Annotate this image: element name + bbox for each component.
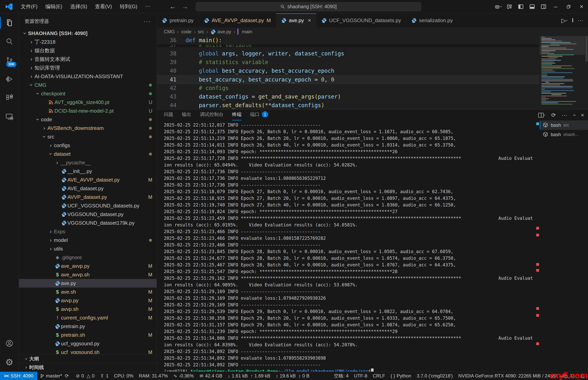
customize-layout-icon[interactable] xyxy=(504,0,515,13)
close-panel-icon[interactable]: × xyxy=(581,112,584,118)
tab-UCF_VGGSOUND_datasets.py[interactable]: UCF_VGGSOUND_datasets.py xyxy=(316,13,406,27)
tree-item-src[interactable]: ›src xyxy=(19,133,157,141)
code-line-42[interactable]: 42 # configs xyxy=(157,84,539,93)
extensions-icon[interactable] xyxy=(0,89,19,107)
status-ram[interactable]: RAM: 31.47% xyxy=(136,372,171,380)
tree-item-Exps[interactable]: ›Exps xyxy=(19,227,157,236)
tree-item-AVVP_dataset.py[interactable]: AVVP_dataset.pyM xyxy=(19,193,157,201)
breadcrumb-item-main[interactable]: main xyxy=(237,29,252,35)
tree-item-current_configs.yaml[interactable]: !current_configs.yamlM xyxy=(19,313,157,322)
status-cpu[interactable]: CPU: 0% xyxy=(111,372,136,380)
accounts-icon[interactable] xyxy=(0,334,19,353)
run-debug-icon[interactable] xyxy=(0,70,19,89)
tree-item-ave.py[interactable]: ave.py xyxy=(19,279,157,287)
tree-item-_-22318[interactable]: ›丁-22318 xyxy=(19,38,157,46)
panel-tab-终端[interactable]: 终端 xyxy=(232,111,241,120)
tree-item-AVSBench_dowmstream[interactable]: ›AVSBench_dowmstream xyxy=(19,124,157,133)
breadcrumb-item-src[interactable]: src xyxy=(198,29,204,35)
code-line-43[interactable]: 43 dataset_configs = get_and_save_args(p… xyxy=(157,93,539,101)
outline-section[interactable]: › 大纲 xyxy=(19,354,157,363)
status-forwarded-ports[interactable]: 1 xyxy=(97,372,111,380)
menu-e[interactable]: 编辑(E) xyxy=(41,1,66,12)
refresh-icon[interactable]: ⟳ xyxy=(551,112,556,118)
minimap[interactable] xyxy=(539,36,585,110)
remote-indicator[interactable]: >< SSH: 4090 xyxy=(0,372,37,380)
panel-tab-问题[interactable]: 问题 xyxy=(164,111,173,120)
tree-item-UCF_VGGSOUND_datasets.py[interactable]: UCF_VGGSOUND_datasets.py xyxy=(19,201,157,210)
tree-item-DCID-fast-new-model-2.pt[interactable]: DCID-fast-new-model-2.ptU xyxy=(19,107,157,115)
breadcrumb[interactable]: CMG›code›src›ave.py›main xyxy=(157,27,588,36)
maximize-panel-icon[interactable]: › xyxy=(571,114,577,116)
panel-more-icon[interactable]: ··· xyxy=(562,112,567,118)
tree-item-dataset[interactable]: ›dataset xyxy=(19,150,157,158)
tree-item-AI-DATA-VISUALIZATION-ASSISTANT[interactable]: ›AI-DATA-VISUALIZATION-ASSISTANT xyxy=(19,72,157,81)
status-problems[interactable]: ⊘0△0 xyxy=(73,372,97,380)
tree-item-AVE_dataset.py[interactable]: AVE_dataset.py xyxy=(19,184,157,193)
remote-explorer-icon[interactable] xyxy=(0,107,19,126)
panel-tab-端口[interactable]: 端口1 xyxy=(250,111,268,120)
toggle-primary-sidebar-icon[interactable] xyxy=(515,0,527,13)
status-git-branch[interactable]: master*⟳ xyxy=(37,372,73,380)
tab-pretrain.py[interactable]: pretrain.py xyxy=(157,13,199,27)
source-control-icon[interactable]: 10K xyxy=(0,51,19,70)
tree-item-ave_avvp.sh[interactable]: $ave_avvp.shM xyxy=(19,270,157,279)
tree-item-AVT_vgg40k_size400.pt[interactable]: AVT_vgg40k_size400.ptU xyxy=(19,98,157,107)
menu-f[interactable]: 文件(F) xyxy=(17,1,41,12)
code-line-39[interactable]: 39 # statistics variable xyxy=(157,58,539,67)
split-editor-icon[interactable] xyxy=(572,19,573,22)
minimize-button[interactable]: – xyxy=(549,0,562,13)
command-center-search[interactable]: shaohang [SSH: 4090] xyxy=(196,2,421,11)
code-line-41[interactable]: 41 best_accuracy, best_accuracy_epoch = … xyxy=(157,75,539,84)
terminal-instance-shaoh[interactable]: $_bashshaoh... xyxy=(540,130,588,139)
tree-item-.gitignore[interactable]: ◆.gitignore xyxy=(19,253,157,262)
toggle-panel-icon[interactable] xyxy=(527,0,538,13)
status-eol[interactable]: CRLF xyxy=(370,372,388,380)
status-encoding[interactable]: UTF-8 xyxy=(351,372,370,380)
explorer-icon[interactable] xyxy=(0,13,19,32)
breadcrumb-item-CMG[interactable]: CMG xyxy=(164,29,175,35)
tab-ave.py[interactable]: ave.py× xyxy=(276,13,316,27)
editor-scrollbar[interactable] xyxy=(585,36,588,110)
tree-item-checkpoint[interactable]: ›checkpoint xyxy=(19,89,157,98)
nav-back-icon[interactable]: ← xyxy=(170,3,176,10)
restore-button[interactable] xyxy=(562,0,575,13)
tree-item-ave_avvp.py[interactable]: ave_avvp.pyM xyxy=(19,262,157,270)
close-tab-icon[interactable]: × xyxy=(308,17,311,23)
tree-item-__init__.py[interactable]: __init__.py xyxy=(19,167,157,175)
editor-more-icon[interactable]: ··· xyxy=(578,17,583,23)
breadcrumb-item-code[interactable]: code xyxy=(181,29,192,35)
panel-tab-调试控制台[interactable]: 调试控制台 xyxy=(200,111,223,120)
tab-serialization.py[interactable]: serialization.py xyxy=(406,13,458,27)
status-language[interactable]: { }Python xyxy=(388,372,414,380)
menu-g[interactable]: 转到(G) xyxy=(116,1,141,12)
code-line-40[interactable]: 40 global best_accuracy, best_accuracy_e… xyxy=(157,67,539,75)
status-network-io[interactable]: ↓1.61 kB↑1.69 kB xyxy=(225,372,273,380)
status-disk[interactable]: 42.4 GB xyxy=(196,372,225,380)
menu-v[interactable]: 查看(V) xyxy=(91,1,116,12)
run-python-button[interactable]: ▷› xyxy=(561,17,568,24)
tree-item-pretrain.py[interactable]: pretrain.py xyxy=(19,322,157,331)
terminal-output[interactable]: 2025-02-25 22:51:12,017 INFO -----------… xyxy=(157,120,535,372)
breadcrumb-item-ave.py[interactable]: ave.py xyxy=(211,29,231,35)
tree-item-avvp.py[interactable]: avvp.pyM xyxy=(19,296,157,305)
menu-[interactable]: ··· xyxy=(141,1,154,12)
search-sidebar-icon[interactable] xyxy=(0,32,19,51)
toggle-secondary-sidebar-icon[interactable] xyxy=(538,0,549,13)
sticky-scroll-line[interactable]: 36def main(): xyxy=(157,36,539,45)
timeline-section[interactable]: › 时间线 xyxy=(19,363,157,372)
tree-item-VGGSOUND_dataset179k.py[interactable]: VGGSOUND_dataset179k.py xyxy=(19,219,157,227)
status-load[interactable]: ∿-0.36% xyxy=(171,372,196,380)
tree-item-ucf_vggsound.sh[interactable]: $ucf_vggsound.shM xyxy=(19,348,157,354)
tree-item-AVE_AVVP_dataset.py[interactable]: AVE_AVVP_dataset.pyM xyxy=(19,175,157,184)
tree-item-CMG[interactable]: ›CMG xyxy=(19,81,157,89)
settings-gear-icon[interactable]: ⚙ xyxy=(0,353,19,372)
tree-item-pretrain.sh[interactable]: $pretrain.shM xyxy=(19,331,157,339)
tree-item-SHAOHANG__SSH__4090_[interactable]: ›SHAOHANG [SSH: 4090] xyxy=(19,29,157,38)
code-line-38[interactable]: 38 global args, logger, writer, dataset_… xyxy=(157,49,539,58)
sidebar-more-icon[interactable]: ··· xyxy=(143,18,151,24)
tree-item-configs[interactable]: ›configs xyxy=(19,141,157,150)
tree-item-utils[interactable]: ›utils xyxy=(19,245,157,253)
panel-tab-输出[interactable]: 输出 xyxy=(182,111,191,120)
code-line-36[interactable]: 36def main(): xyxy=(157,36,539,45)
tree-item-__pycache__[interactable]: ›__pycache__ xyxy=(19,158,157,167)
